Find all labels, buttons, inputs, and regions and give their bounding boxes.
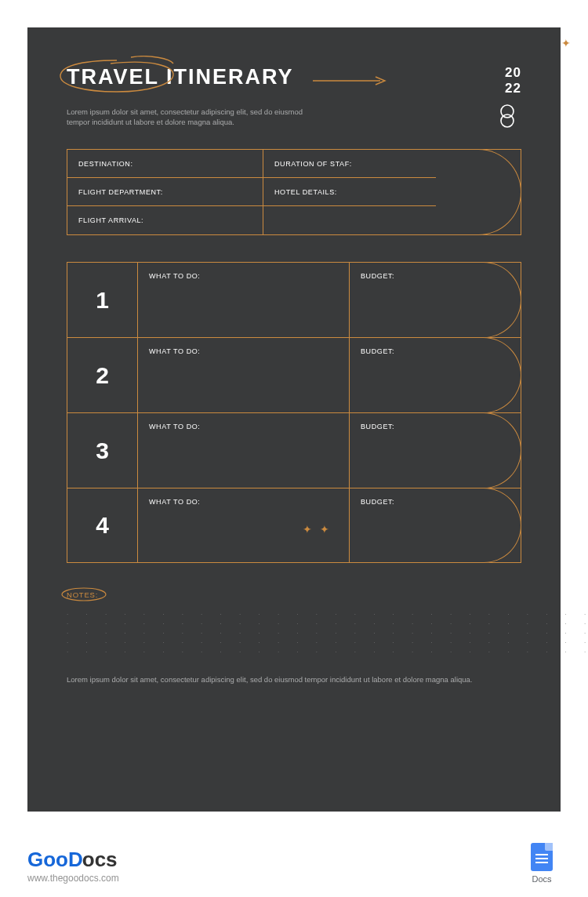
- notes-section: NOTES: . . . . . . . . . . . . . . . . .…: [67, 586, 521, 656]
- docs-badge: Docs: [531, 843, 553, 884]
- day-number: 2: [67, 338, 138, 412]
- year-bottom: 22: [505, 81, 521, 96]
- docs-label: Docs: [532, 874, 551, 884]
- intro-text: Lorem ipsum dolor sit amet, consectetur …: [67, 107, 310, 128]
- sparkle-icon: ✦: [303, 523, 313, 536]
- notes-label: NOTES:: [67, 590, 98, 599]
- day-row: 4 WHAT TO DO:✦✦ BUDGET:: [67, 488, 521, 563]
- what-to-do: WHAT TO DO:: [138, 263, 350, 337]
- what-to-do: WHAT TO DO:: [138, 413, 350, 488]
- header: TRAVEL ITINERARY 20 22: [67, 65, 521, 96]
- notes-dots: . . . . . . . . . . . . . . . . . . . . …: [67, 608, 521, 656]
- sparkle-icon: ✦: [561, 37, 572, 49]
- sparkle-icon: ✦: [320, 523, 330, 536]
- google-docs-icon: [531, 843, 553, 871]
- page-title: TRAVEL ITINERARY: [67, 65, 294, 89]
- info-cap: [478, 150, 521, 234]
- what-to-do: WHAT TO DO:: [138, 338, 350, 412]
- brand-url: www.thegoodocs.com: [27, 873, 119, 884]
- svg-point-2: [501, 114, 514, 127]
- day-cap: [481, 413, 521, 488]
- intro-row: Lorem ipsum dolor sit amet, consectetur …: [67, 107, 521, 130]
- days-list: 1 WHAT TO DO: BUDGET:✦ 2 WHAT TO DO: BUD…: [67, 262, 521, 563]
- itinerary-page: TRAVEL ITINERARY 20 22 Lorem ipsum dolor…: [27, 27, 561, 812]
- year: 20 22: [505, 65, 521, 96]
- footer-paragraph: Lorem ipsum dolor sit amet, consectetur …: [67, 674, 474, 685]
- what-to-do: WHAT TO DO:✦✦: [138, 488, 350, 562]
- destination-cell: DESTINATION:: [67, 150, 263, 178]
- branding-bar: GooDocs www.thegoodocs.com Docs: [27, 843, 561, 884]
- day-cap: [481, 338, 521, 412]
- year-top: 20: [505, 65, 521, 81]
- flight-arr-cell: FLIGHT ARRIVAL:: [67, 206, 263, 234]
- logo-ocs: ocs: [82, 848, 118, 871]
- day-row: 3 WHAT TO DO: BUDGET:: [67, 412, 521, 488]
- flight-dep-cell: FLIGHT DEPARTMENT:: [67, 178, 263, 206]
- goodocs-logo: GooDocs: [27, 848, 119, 872]
- rings-icon: [498, 104, 517, 130]
- day-row: 1 WHAT TO DO: BUDGET:✦: [67, 262, 521, 337]
- day-row: 2 WHAT TO DO: BUDGET:: [67, 337, 521, 412]
- day-number: 4: [67, 488, 138, 562]
- day-cap: [481, 488, 521, 562]
- day-number: 1: [67, 263, 138, 337]
- brand-left: GooDocs www.thegoodocs.com: [27, 848, 119, 884]
- day-number: 3: [67, 413, 138, 488]
- title-wrap: TRAVEL ITINERARY: [67, 65, 294, 89]
- info-box: DESTINATION: DURATION OF STAF:✦ FLIGHT D…: [67, 149, 521, 235]
- logo-goo: Goo: [27, 848, 68, 871]
- duration-label: DURATION OF STAF:: [274, 160, 352, 168]
- day-cap: [481, 263, 521, 337]
- logo-d: D: [68, 848, 82, 871]
- arrow-icon: [313, 76, 388, 85]
- what-label: WHAT TO DO:: [149, 498, 200, 506]
- notes-text: NOTES:: [67, 590, 98, 599]
- budget-label: BUDGET:: [361, 272, 394, 280]
